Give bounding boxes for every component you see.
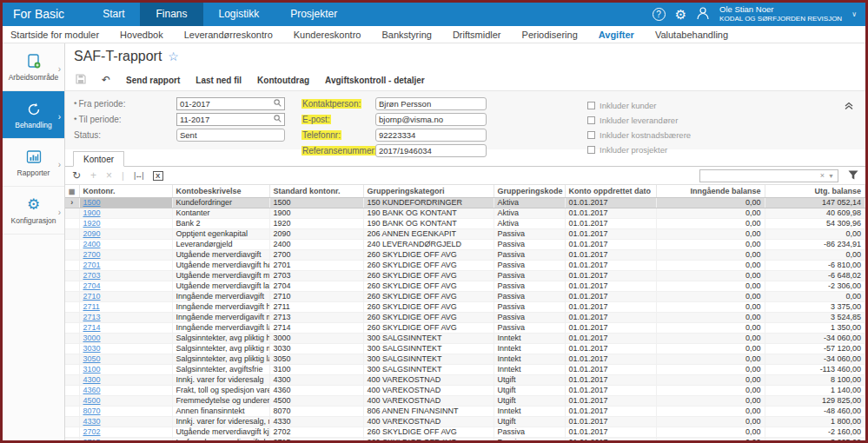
account-link[interactable]: 3100 <box>83 365 101 374</box>
table-row[interactable]: 4360Frakt, toll og spedisjon varer f...4… <box>65 385 865 395</box>
table-row[interactable]: 2714Inngående merverdiavgift lav ...2714… <box>65 322 865 333</box>
cell-kontonr[interactable]: 2714 <box>79 322 172 333</box>
export-excel-icon[interactable]: X <box>153 171 163 181</box>
nav-avgifter[interactable]: Avgifter <box>599 30 634 40</box>
sidebar-item-arbeidsomrade[interactable]: Arbeidsområde › <box>3 43 64 91</box>
account-link[interactable]: 8070 <box>83 407 101 415</box>
nav-leverandorreskontro[interactable]: Leverandørreskontro <box>184 30 273 40</box>
epost-field[interactable]: bjornp@visma.no <box>375 113 487 126</box>
brand-logo[interactable]: For Basic <box>3 3 87 26</box>
account-link[interactable]: 2715 <box>83 438 101 441</box>
filter-funnel-icon[interactable] <box>848 168 858 183</box>
search-dropdown-icon[interactable]: ▼ <box>828 173 834 179</box>
sidebar-item-behandling[interactable]: Behandling › <box>3 91 64 139</box>
table-row[interactable]: 4330Innkj. varer for videresalg, mid...4… <box>65 416 865 426</box>
table-row[interactable]: 2703Utgående merverdiavgift midd...27032… <box>65 270 865 281</box>
header-utg-balanse[interactable]: Utg. balanse <box>765 185 865 197</box>
sidebar-item-konfigurasjon[interactable]: ⚙ Konfigurasjon › <box>3 187 64 235</box>
table-row[interactable]: 8070Annen finansinntekt8070806 ANNEN FIN… <box>65 406 865 416</box>
collapse-panel-icon[interactable] <box>845 98 853 114</box>
account-link[interactable]: 2090 <box>83 229 101 238</box>
cell-kontonr[interactable]: 1920 <box>79 218 172 228</box>
cell-kontonr[interactable]: 1900 <box>79 208 172 218</box>
nav-driftsmidler[interactable]: Driftsmidler <box>453 30 501 40</box>
user-icon[interactable] <box>696 6 710 23</box>
cell-kontonr[interactable]: 1500 <box>79 197 172 208</box>
table-row[interactable]: 2715Innførselsmerverdiavgift, høy s...27… <box>65 437 865 440</box>
table-row[interactable]: 1920Bank 21920190 BANK OG KONTANTAktiva0… <box>65 218 865 228</box>
search-icon[interactable] <box>274 99 282 109</box>
nav-startside-for-moduler[interactable]: Startside for moduler <box>10 30 99 40</box>
clear-search-icon[interactable]: × <box>820 171 825 180</box>
cell-kontonr[interactable]: 2400 <box>79 239 172 249</box>
account-link[interactable]: 3050 <box>83 354 101 363</box>
header-inngaende-balanse[interactable]: Inngående balanse <box>656 185 765 197</box>
checkbox-inkluder-kostnadsbaerere[interactable]: Inkluder kostnadsbærere <box>587 128 691 142</box>
cell-kontonr[interactable]: 2715 <box>79 437 172 440</box>
cell-kontonr[interactable]: 2704 <box>79 281 172 291</box>
account-link[interactable]: 1500 <box>83 198 101 207</box>
table-row[interactable]: 2710Inngående merverdiavgift2710260 SKYL… <box>65 291 865 301</box>
table-row[interactable]: 4300Innkj. varer for videresalg4300400 V… <box>65 374 865 385</box>
last-ned-fil-button[interactable]: Last ned fil <box>195 76 242 85</box>
tab-prosjekter[interactable]: Prosjekter <box>275 3 353 26</box>
tab-logistikk[interactable]: Logistikk <box>203 3 275 26</box>
table-row[interactable]: 2704Utgående merverdiavgift lav sats2704… <box>65 281 865 291</box>
undo-icon[interactable]: ↶ <box>102 74 110 86</box>
telefonnr-field[interactable]: 92223334 <box>375 129 487 142</box>
cell-kontonr[interactable]: 2713 <box>79 312 172 322</box>
cell-kontonr[interactable]: 4300 <box>79 374 172 385</box>
tab-start[interactable]: Start <box>87 3 140 26</box>
account-link[interactable]: 3000 <box>83 334 101 342</box>
send-rapport-button[interactable]: Send rapport <box>126 76 180 85</box>
nav-valutabehandling[interactable]: Valutabehandling <box>655 30 728 40</box>
cell-kontonr[interactable]: 4360 <box>79 385 172 395</box>
cell-kontonr[interactable]: 4500 <box>79 395 172 406</box>
user-menu[interactable]: Ole Stian Noer KODAL OG SØRFJORDEN REVIS… <box>719 5 842 23</box>
account-link[interactable]: 3030 <box>83 344 101 353</box>
table-row[interactable]: 2090Opptjent egenkapital2090206 ANNEN EG… <box>65 228 865 239</box>
checkbox-inkluder-prosjekter[interactable]: Inkluder prosjekter <box>587 142 691 157</box>
table-row[interactable]: 1900Kontanter1900190 BANK OG KONTANTAkti… <box>65 208 865 218</box>
cell-kontonr[interactable]: 4330 <box>79 416 172 426</box>
cell-kontonr[interactable]: 3050 <box>79 354 172 364</box>
table-row[interactable]: 1500Kundefordringer1500150 KUNDEFORDRING… <box>65 197 865 208</box>
table-row[interactable]: 3050Salgsinntekter, avg pliktig lav ...3… <box>65 354 865 364</box>
favorite-star-icon[interactable]: ☆ <box>168 50 179 63</box>
account-link[interactable]: 2713 <box>83 313 101 321</box>
table-row[interactable]: 2711Inngående merverdiavgift høy ...2711… <box>65 301 865 312</box>
account-link[interactable]: 2701 <box>83 261 101 269</box>
table-row[interactable]: 2713Inngående merverdigavift mid...27132… <box>65 312 865 322</box>
til-periode-field[interactable]: 11-2017 <box>176 113 285 126</box>
header-kontobeskrivelse[interactable]: Kontobeskrivelse <box>172 185 269 197</box>
checkbox-inkluder-leverandorer[interactable]: Inkluder leverandører <box>587 113 691 128</box>
cell-kontonr[interactable]: 2702 <box>79 426 172 437</box>
table-row[interactable]: 3000Salgsinntekter, avg pliktig høy ...3… <box>65 333 865 343</box>
checkbox-inkluder-kunder[interactable]: Inkluder kunder <box>587 98 691 113</box>
account-link[interactable]: 2703 <box>83 271 101 280</box>
chevron-down-icon[interactable]: ∨ <box>851 10 857 18</box>
tab-finans[interactable]: Finans <box>140 3 202 26</box>
account-link[interactable]: 1900 <box>83 208 101 217</box>
nav-periodisering[interactable]: Periodisering <box>522 30 578 40</box>
refresh-icon[interactable]: ↻ <box>72 170 81 181</box>
cell-kontonr[interactable]: 2701 <box>79 260 172 270</box>
fra-periode-field[interactable]: 01-2017 <box>176 97 285 110</box>
account-link[interactable]: 2700 <box>83 250 101 259</box>
cell-kontonr[interactable]: 8070 <box>79 406 172 416</box>
header-konto-opprettet-dato[interactable]: Konto oppdrettet dato <box>565 185 656 197</box>
account-link[interactable]: 2714 <box>83 323 101 332</box>
cell-kontonr[interactable]: 2711 <box>79 301 172 312</box>
nav-hovedbok[interactable]: Hovedbok <box>120 30 163 40</box>
table-row[interactable]: 3100Salgsinntekter, avgiftsfrie3100300 S… <box>65 364 865 374</box>
cell-kontonr[interactable]: 3030 <box>79 343 172 354</box>
header-grupperingskode[interactable]: Grupperingskode <box>494 185 565 197</box>
avgiftskontroll-detaljer-button[interactable]: Avgiftskontroll - detaljer <box>325 76 425 85</box>
cell-kontonr[interactable]: 2090 <box>79 228 172 239</box>
fit-columns-icon[interactable]: |↔| <box>134 171 143 180</box>
kontaktperson-field[interactable]: Bjrøn Persson <box>375 97 487 110</box>
cell-kontonr[interactable]: 3000 <box>79 333 172 343</box>
account-link[interactable]: 4360 <box>83 386 101 394</box>
help-icon[interactable]: ? <box>653 8 666 21</box>
referansenummer-field[interactable]: 2017/1946034 <box>375 144 487 157</box>
